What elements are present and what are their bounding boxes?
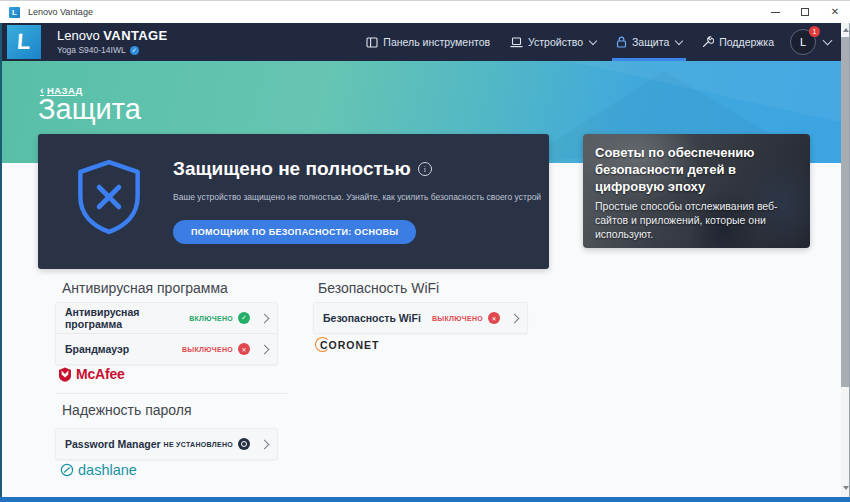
row-label: Антивирусная программа: [65, 306, 189, 330]
not-installed-circle-icon: [238, 438, 250, 450]
nav-label-dashboard: Панель инструментов: [383, 36, 490, 48]
mcafee-logo: McAfee: [58, 366, 125, 382]
account-area: L 1: [790, 29, 831, 55]
notification-badge: 1: [809, 26, 820, 37]
window-bottom-edge: [0, 497, 850, 502]
security-status-card: Защищено не полностью Ваше устройство за…: [38, 134, 549, 269]
row-label: Безопасность WiFi: [323, 312, 432, 324]
brand-regular: Lenovo: [57, 28, 103, 43]
device-name: Yoga S940-14IWL: [57, 45, 126, 56]
dashlane-icon: [60, 463, 74, 477]
row-password-manager[interactable]: Password Manager НЕ УСТАНОВЛЕНО: [56, 429, 277, 459]
status-badge: ВКЛЮЧЕНО: [189, 315, 233, 322]
row-label: Password Manager: [65, 438, 164, 450]
close-icon: [831, 7, 839, 17]
promo-title: Советы по обеспечению безопасности детей…: [595, 145, 798, 196]
coronet-ring-icon: [315, 337, 330, 352]
row-label: Брандмауэр: [65, 343, 182, 355]
mcafee-wordmark: McAfee: [76, 366, 125, 382]
status-title: Защищено не полностью: [173, 158, 411, 180]
brand-block: Lenovo VANTAGE Yoga S940-14IWL: [57, 28, 168, 56]
status-description: Ваше устройство защищено не полностью. У…: [173, 192, 541, 202]
chevron-down-icon[interactable]: [823, 36, 833, 46]
scroll-down-icon[interactable]: [843, 486, 849, 490]
window-controls: [760, 1, 850, 23]
status-badge: ВЫКЛЮЧЕНО: [432, 315, 483, 322]
brand-bold: VANTAGE: [103, 28, 167, 43]
nav-label-device: Устройство: [528, 36, 583, 48]
app-icon: [9, 7, 20, 18]
coronet-wordmark: CORONET: [318, 339, 380, 351]
x-circle-icon: [238, 343, 250, 355]
status-badge: ВЫКЛЮЧЕНО: [182, 346, 233, 353]
status-title-row: Защищено не полностью: [173, 158, 432, 180]
wrench-icon: [702, 36, 714, 48]
brand-name: Lenovo VANTAGE: [57, 28, 168, 44]
row-firewall[interactable]: Брандмауэр ВЫКЛЮЧЕНО: [56, 333, 277, 364]
password-rows-card: Password Manager НЕ УСТАНОВЛЕНО: [55, 428, 278, 460]
dashlane-logo: dashlane: [60, 462, 137, 478]
minimize-button[interactable]: [760, 1, 790, 23]
chevron-right-icon: [260, 344, 270, 354]
minimize-icon: [771, 12, 780, 13]
nav-label-support: Поддержка: [719, 36, 774, 48]
lenovo-vantage-window: Lenovo Vantage L Lenovo VANTAGE Yoga S94…: [0, 0, 850, 502]
close-button[interactable]: [820, 1, 850, 23]
l-logo-letter: L: [16, 31, 31, 53]
lock-icon: [616, 36, 627, 48]
chevron-right-icon: [510, 313, 520, 323]
chevron-right-icon: [260, 439, 270, 449]
chevron-down-icon: [675, 36, 683, 44]
window-left-edge: [0, 23, 2, 502]
nav-item-dashboard[interactable]: Панель инструментов: [356, 23, 500, 61]
row-wifi-security[interactable]: Безопасность WiFi ВЫКЛЮЧЕНО: [314, 303, 527, 333]
nav-item-device[interactable]: Устройство: [500, 23, 606, 61]
main-nav: Панель инструментов Устройство Защита По…: [356, 23, 784, 61]
promo-card[interactable]: Советы по обеспечению безопасности детей…: [583, 134, 810, 248]
password-section-heading: Надежность пароля: [62, 402, 192, 418]
lenovo-l-logo: L: [7, 25, 41, 59]
x-circle-icon: [488, 312, 500, 324]
nav-item-security[interactable]: Защита: [606, 23, 692, 61]
mcafee-shield-icon: [58, 367, 72, 382]
window-title: Lenovo Vantage: [28, 7, 93, 17]
check-circle-icon: [238, 312, 250, 324]
device-name-line: Yoga S940-14IWL: [57, 45, 168, 56]
chevron-right-icon: [260, 313, 270, 323]
page-title: Защита: [38, 93, 141, 126]
status-badge: НЕ УСТАНОВЛЕНО: [164, 441, 233, 448]
dashboard-icon: [366, 37, 378, 48]
title-bar: Lenovo Vantage: [0, 1, 850, 23]
maximize-button[interactable]: [790, 1, 820, 23]
chevron-down-icon: [589, 36, 597, 44]
promo-content: Советы по обеспечению безопасности детей…: [583, 134, 810, 248]
promo-description: Простые способы отслеживания веб-сайтов …: [595, 199, 798, 242]
shield-x-icon: [75, 159, 143, 235]
wifi-section-heading: Безопасность WiFi: [318, 280, 439, 296]
dashlane-wordmark: dashlane: [78, 462, 137, 478]
antivirus-rows-card: Антивирусная программа ВКЛЮЧЕНО Брандмау…: [55, 302, 278, 365]
nav-item-support[interactable]: Поддержка: [692, 23, 784, 61]
wifi-rows-card: Безопасность WiFi ВЫКЛЮЧЕНО: [313, 302, 528, 334]
antivirus-section-heading: Антивирусная программа: [62, 280, 228, 296]
row-antivirus[interactable]: Антивирусная программа ВКЛЮЧЕНО: [56, 303, 277, 333]
security-advisor-button[interactable]: ПОМОЩНИК ПО БЕЗОПАСНОСТИ: ОСНОВЫ: [173, 220, 416, 244]
coronet-logo: CORONET: [318, 339, 380, 351]
nav-label-security: Защита: [632, 36, 669, 48]
section-divider: [55, 393, 287, 394]
maximize-icon: [801, 8, 809, 16]
info-icon[interactable]: [418, 162, 432, 176]
avatar[interactable]: L 1: [790, 29, 816, 55]
verified-badge-icon: [130, 46, 139, 55]
app-header: L Lenovo VANTAGE Yoga S940-14IWL Панель …: [0, 23, 841, 61]
avatar-initial: L: [800, 36, 806, 48]
device-icon: [510, 37, 523, 48]
scroll-up-icon[interactable]: [843, 28, 849, 32]
